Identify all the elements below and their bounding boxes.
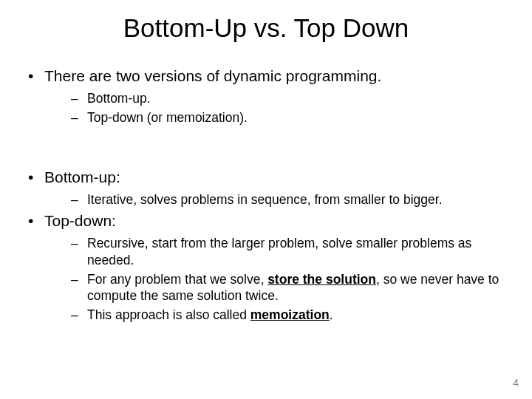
sub-list: Recursive, start from the larger problem… <box>44 235 511 324</box>
text-underline: memoization <box>250 307 330 322</box>
slide-title: Bottom-Up vs. Top Down <box>21 13 511 43</box>
bullet-top-down: Top-down: Recursive, start from the larg… <box>28 211 511 324</box>
slide: Bottom-Up vs. Top Down There are two ver… <box>0 0 532 399</box>
page-number: 4 <box>513 377 519 389</box>
sub-iterative: Iterative, solves problems in sequence, … <box>71 191 511 208</box>
bullet-versions: There are two versions of dynamic progra… <box>28 66 511 126</box>
text-part: For any problem that we solve, <box>87 272 267 287</box>
bullet-text: There are two versions of dynamic progra… <box>44 67 381 84</box>
bullet-list-2: Bottom-up: Iterative, solves problems in… <box>21 168 511 324</box>
text-part: This approach is also called <box>87 307 250 322</box>
bullet-text: Top-down: <box>44 212 116 229</box>
sub-top-down: Top-down (or memoization). <box>71 109 511 126</box>
sub-recursive: Recursive, start from the larger problem… <box>71 235 511 269</box>
bullet-list: There are two versions of dynamic progra… <box>21 66 511 126</box>
sub-memoization: This approach is also called memoization… <box>71 307 511 324</box>
sub-list: Bottom-up. Top-down (or memoization). <box>44 90 511 126</box>
sub-store-solution: For any problem that we solve, store the… <box>71 271 511 305</box>
text-underline: store the solution <box>267 272 376 287</box>
sub-list: Iterative, solves problems in sequence, … <box>44 191 511 208</box>
sub-bottom-up: Bottom-up. <box>71 90 511 107</box>
bullet-bottom-up: Bottom-up: Iterative, solves problems in… <box>28 168 511 208</box>
spacer <box>21 129 511 168</box>
bullet-text: Bottom-up: <box>44 168 120 185</box>
text-part: . <box>330 307 333 322</box>
